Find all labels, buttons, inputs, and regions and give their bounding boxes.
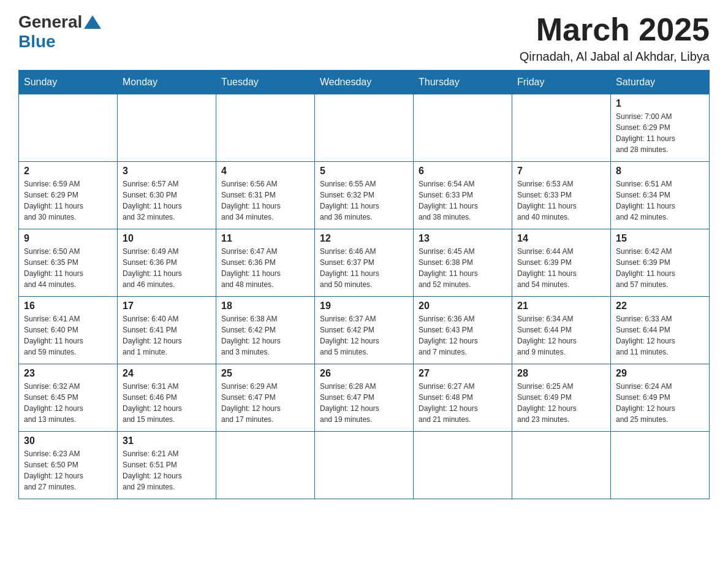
weekday-header-row: SundayMondayTuesdayWednesdayThursdayFrid… (19, 71, 710, 94)
calendar-cell: 13Sunrise: 6:45 AM Sunset: 6:38 PM Dayli… (414, 229, 512, 297)
day-number: 29 (616, 368, 704, 379)
calendar-cell (216, 432, 315, 499)
calendar-cell: 5Sunrise: 6:55 AM Sunset: 6:32 PM Daylig… (315, 162, 414, 229)
day-info: Sunrise: 6:24 AM Sunset: 6:49 PM Dayligh… (616, 381, 704, 425)
calendar-week-3: 9Sunrise: 6:50 AM Sunset: 6:35 PM Daylig… (19, 229, 710, 297)
day-info: Sunrise: 7:00 AM Sunset: 6:29 PM Dayligh… (616, 111, 704, 155)
day-number: 10 (123, 233, 211, 244)
day-info: Sunrise: 6:28 AM Sunset: 6:47 PM Dayligh… (320, 381, 408, 425)
weekday-header-friday: Friday (512, 71, 611, 94)
calendar-cell: 23Sunrise: 6:32 AM Sunset: 6:45 PM Dayli… (19, 364, 118, 432)
calendar-cell (512, 94, 611, 162)
day-number: 9 (24, 233, 112, 244)
calendar-cell: 20Sunrise: 6:36 AM Sunset: 6:43 PM Dayli… (414, 297, 512, 364)
weekday-header-monday: Monday (118, 71, 216, 94)
day-info: Sunrise: 6:33 AM Sunset: 6:44 PM Dayligh… (616, 313, 704, 358)
calendar-cell (315, 432, 414, 499)
calendar-cell: 17Sunrise: 6:40 AM Sunset: 6:41 PM Dayli… (118, 297, 216, 364)
location-title: Qirnadah, Al Jabal al Akhdar, Libya (520, 50, 710, 64)
calendar-cell (19, 94, 118, 162)
day-info: Sunrise: 6:54 AM Sunset: 6:33 PM Dayligh… (419, 178, 507, 223)
calendar-cell: 22Sunrise: 6:33 AM Sunset: 6:44 PM Dayli… (611, 297, 710, 364)
calendar-cell: 6Sunrise: 6:54 AM Sunset: 6:33 PM Daylig… (414, 162, 512, 229)
day-number: 30 (24, 435, 112, 446)
calendar-cell: 21Sunrise: 6:34 AM Sunset: 6:44 PM Dayli… (512, 297, 611, 364)
day-number: 7 (517, 166, 605, 177)
day-info: Sunrise: 6:27 AM Sunset: 6:48 PM Dayligh… (419, 381, 507, 425)
day-info: Sunrise: 6:44 AM Sunset: 6:39 PM Dayligh… (517, 246, 605, 290)
day-number: 8 (616, 166, 704, 177)
day-number: 6 (419, 166, 507, 177)
logo: General Blue (18, 12, 103, 52)
day-info: Sunrise: 6:59 AM Sunset: 6:29 PM Dayligh… (24, 178, 112, 223)
day-info: Sunrise: 6:55 AM Sunset: 6:32 PM Dayligh… (320, 178, 408, 223)
calendar-table: SundayMondayTuesdayWednesdayThursdayFrid… (18, 70, 710, 499)
day-info: Sunrise: 6:23 AM Sunset: 6:50 PM Dayligh… (24, 448, 112, 492)
day-number: 12 (320, 233, 408, 244)
day-number: 3 (123, 166, 211, 177)
day-info: Sunrise: 6:37 AM Sunset: 6:42 PM Dayligh… (320, 313, 408, 358)
day-number: 1 (616, 98, 704, 109)
day-number: 13 (419, 233, 507, 244)
day-number: 14 (517, 233, 605, 244)
weekday-header-thursday: Thursday (414, 71, 512, 94)
calendar-cell: 7Sunrise: 6:53 AM Sunset: 6:33 PM Daylig… (512, 162, 611, 229)
calendar-week-5: 23Sunrise: 6:32 AM Sunset: 6:45 PM Dayli… (19, 364, 710, 432)
month-title: March 2025 (520, 12, 710, 47)
day-info: Sunrise: 6:32 AM Sunset: 6:45 PM Dayligh… (24, 381, 112, 425)
logo-blue-text: Blue (18, 32, 56, 52)
calendar-cell: 29Sunrise: 6:24 AM Sunset: 6:49 PM Dayli… (611, 364, 710, 432)
calendar-cell: 18Sunrise: 6:38 AM Sunset: 6:42 PM Dayli… (216, 297, 315, 364)
day-info: Sunrise: 6:34 AM Sunset: 6:44 PM Dayligh… (517, 313, 605, 358)
calendar-week-2: 2Sunrise: 6:59 AM Sunset: 6:29 PM Daylig… (19, 162, 710, 229)
day-number: 25 (221, 368, 309, 379)
calendar-cell: 11Sunrise: 6:47 AM Sunset: 6:36 PM Dayli… (216, 229, 315, 297)
day-number: 20 (419, 301, 507, 312)
calendar-week-4: 16Sunrise: 6:41 AM Sunset: 6:40 PM Dayli… (19, 297, 710, 364)
day-info: Sunrise: 6:41 AM Sunset: 6:40 PM Dayligh… (24, 313, 112, 358)
calendar-cell: 8Sunrise: 6:51 AM Sunset: 6:34 PM Daylig… (611, 162, 710, 229)
day-number: 18 (221, 301, 309, 312)
day-number: 26 (320, 368, 408, 379)
day-info: Sunrise: 6:47 AM Sunset: 6:36 PM Dayligh… (221, 246, 309, 290)
logo-triangle-icon (84, 15, 101, 29)
calendar-cell (118, 94, 216, 162)
day-info: Sunrise: 6:45 AM Sunset: 6:38 PM Dayligh… (419, 246, 507, 290)
day-info: Sunrise: 6:25 AM Sunset: 6:49 PM Dayligh… (517, 381, 605, 425)
day-number: 27 (419, 368, 507, 379)
calendar-week-1: 1Sunrise: 7:00 AM Sunset: 6:29 PM Daylig… (19, 94, 710, 162)
calendar-cell: 10Sunrise: 6:49 AM Sunset: 6:36 PM Dayli… (118, 229, 216, 297)
calendar-cell: 14Sunrise: 6:44 AM Sunset: 6:39 PM Dayli… (512, 229, 611, 297)
calendar-header: SundayMondayTuesdayWednesdayThursdayFrid… (19, 71, 710, 94)
day-number: 22 (616, 301, 704, 312)
calendar-cell: 25Sunrise: 6:29 AM Sunset: 6:47 PM Dayli… (216, 364, 315, 432)
calendar-cell (414, 94, 512, 162)
day-number: 31 (123, 435, 211, 446)
calendar-cell (512, 432, 611, 499)
weekday-header-wednesday: Wednesday (315, 71, 414, 94)
day-info: Sunrise: 6:49 AM Sunset: 6:36 PM Dayligh… (123, 246, 211, 290)
day-number: 19 (320, 301, 408, 312)
calendar-cell: 26Sunrise: 6:28 AM Sunset: 6:47 PM Dayli… (315, 364, 414, 432)
day-number: 24 (123, 368, 211, 379)
calendar-cell: 24Sunrise: 6:31 AM Sunset: 6:46 PM Dayli… (118, 364, 216, 432)
calendar-body: 1Sunrise: 7:00 AM Sunset: 6:29 PM Daylig… (19, 94, 710, 499)
day-info: Sunrise: 6:42 AM Sunset: 6:39 PM Dayligh… (616, 246, 704, 290)
day-info: Sunrise: 6:40 AM Sunset: 6:41 PM Dayligh… (123, 313, 211, 358)
day-number: 2 (24, 166, 112, 177)
calendar-cell: 30Sunrise: 6:23 AM Sunset: 6:50 PM Dayli… (19, 432, 118, 499)
day-number: 17 (123, 301, 211, 312)
day-info: Sunrise: 6:36 AM Sunset: 6:43 PM Dayligh… (419, 313, 507, 358)
calendar-cell: 19Sunrise: 6:37 AM Sunset: 6:42 PM Dayli… (315, 297, 414, 364)
day-number: 11 (221, 233, 309, 244)
day-info: Sunrise: 6:50 AM Sunset: 6:35 PM Dayligh… (24, 246, 112, 290)
calendar-cell: 31Sunrise: 6:21 AM Sunset: 6:51 PM Dayli… (118, 432, 216, 499)
day-info: Sunrise: 6:51 AM Sunset: 6:34 PM Dayligh… (616, 178, 704, 223)
day-number: 28 (517, 368, 605, 379)
day-info: Sunrise: 6:46 AM Sunset: 6:37 PM Dayligh… (320, 246, 408, 290)
calendar-cell: 1Sunrise: 7:00 AM Sunset: 6:29 PM Daylig… (611, 94, 710, 162)
calendar-cell: 15Sunrise: 6:42 AM Sunset: 6:39 PM Dayli… (611, 229, 710, 297)
day-info: Sunrise: 6:29 AM Sunset: 6:47 PM Dayligh… (221, 381, 309, 425)
calendar-cell: 16Sunrise: 6:41 AM Sunset: 6:40 PM Dayli… (19, 297, 118, 364)
calendar-cell: 3Sunrise: 6:57 AM Sunset: 6:30 PM Daylig… (118, 162, 216, 229)
